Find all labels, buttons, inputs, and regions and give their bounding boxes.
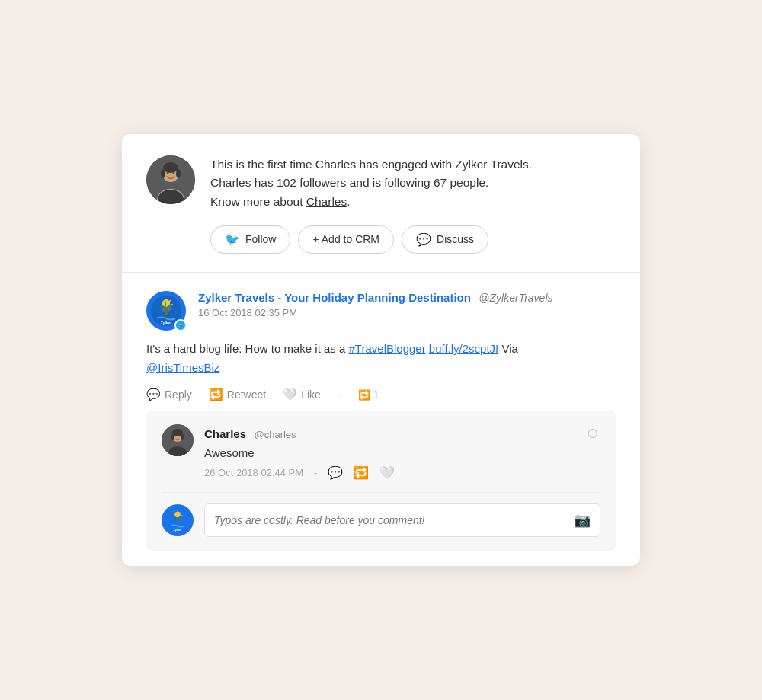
top-info: This is the first time Charles has engag… bbox=[210, 155, 616, 254]
camera-icon: 📷 bbox=[574, 512, 591, 529]
charles-avatar bbox=[146, 155, 195, 204]
svg-rect-31 bbox=[177, 518, 178, 524]
tweet-header: Zylker Travel 🐦 Zylker Travels - Your Ho… bbox=[146, 291, 616, 331]
comment-input-row: Zylker 📷 bbox=[162, 493, 600, 551]
twitter-verified-badge: 🐦 bbox=[174, 319, 187, 331]
like-icon: 🤍 bbox=[283, 388, 297, 401]
tweet-actions: 💬 Reply 🔁 Retweet 🤍 Like - 🔁 1 bbox=[146, 388, 616, 401]
comment-input-wrap: 📷 bbox=[204, 503, 600, 537]
tweet-author-handle: @ZylkerTravels bbox=[479, 292, 552, 304]
svg-point-5 bbox=[163, 162, 178, 173]
tweet-meta: Zylker Travels - Your Holiday Planning D… bbox=[198, 291, 616, 318]
reply-item: Charles @charles ☺ Awesome 26 Oct 2018 0… bbox=[162, 424, 600, 493]
svg-point-26 bbox=[179, 436, 181, 437]
zylker-avatar-wrap: Zylker Travel 🐦 bbox=[146, 291, 186, 331]
mention-iris-times[interactable]: @IrisTimesBiz bbox=[146, 361, 219, 374]
sentiment-icon: ☺ bbox=[585, 424, 600, 442]
reply-like-icon: 🤍 bbox=[379, 466, 395, 479]
discuss-button[interactable]: 💬 Discuss bbox=[402, 225, 488, 254]
reply-retweet-icon: 🔁 bbox=[354, 466, 369, 479]
svg-point-9 bbox=[173, 171, 175, 174]
reply-author-row: Charles @charles ☺ bbox=[204, 424, 600, 442]
reply-button[interactable]: 💬 Reply bbox=[146, 388, 192, 401]
retweet-count-row: 🔁 1 bbox=[358, 388, 379, 401]
reply-like-button[interactable]: 🤍 bbox=[379, 465, 395, 480]
reply-content: Charles @charles ☺ Awesome 26 Oct 2018 0… bbox=[204, 424, 600, 480]
reply-date-row: 26 Oct 2018 02:44 PM - 💬 🔁 🤍 bbox=[204, 465, 600, 480]
reply-date: 26 Oct 2018 02:44 PM bbox=[204, 467, 303, 478]
reply-avatar bbox=[162, 424, 194, 456]
svg-point-24 bbox=[181, 434, 184, 440]
tweet-date: 16 Oct 2018 02:35 PM bbox=[198, 307, 616, 318]
svg-point-7 bbox=[176, 169, 181, 178]
reply-author-handle: @charles bbox=[254, 429, 296, 440]
reply-retweet-button[interactable]: 🔁 bbox=[354, 465, 369, 480]
svg-line-29 bbox=[180, 513, 181, 514]
charles-link[interactable]: Charles bbox=[306, 195, 347, 208]
reply-separator: - bbox=[314, 467, 317, 478]
svg-text:Zylker: Zylker bbox=[161, 321, 172, 325]
follow-button[interactable]: 🐦 Follow bbox=[210, 225, 290, 254]
comment-input[interactable] bbox=[214, 514, 574, 526]
svg-point-25 bbox=[175, 436, 177, 437]
reply-section: Charles @charles ☺ Awesome 26 Oct 2018 0… bbox=[146, 411, 616, 551]
svg-text:Zylker: Zylker bbox=[173, 529, 182, 532]
action-divider: - bbox=[338, 388, 341, 401]
action-buttons: 🐦 Follow + Add to CRM 💬 Discuss bbox=[210, 225, 616, 254]
reply-reply-button[interactable]: 💬 bbox=[328, 465, 343, 480]
retweet-count: 1 bbox=[373, 388, 379, 401]
tweet-body: It's a hard blog life: How to make it as… bbox=[146, 340, 616, 378]
svg-rect-16 bbox=[165, 308, 168, 315]
retweet-button[interactable]: 🔁 Retweet bbox=[209, 388, 266, 401]
reply-author-name: Charles bbox=[204, 427, 246, 440]
comment-avatar: Zylker bbox=[162, 504, 194, 536]
tweet-section: Zylker Travel 🐦 Zylker Travels - Your Ho… bbox=[122, 273, 640, 567]
svg-point-23 bbox=[171, 434, 174, 440]
add-to-crm-button[interactable]: + Add to CRM bbox=[298, 225, 394, 254]
tweet-link[interactable]: buff.ly/2scptJI bbox=[429, 342, 498, 355]
svg-point-8 bbox=[167, 171, 169, 174]
retweet-count-icon: 🔁 bbox=[358, 389, 370, 401]
engagement-text: This is the first time Charles has engag… bbox=[210, 155, 616, 212]
reply-text: Awesome bbox=[204, 446, 600, 459]
main-card: This is the first time Charles has engag… bbox=[122, 134, 640, 567]
retweet-icon: 🔁 bbox=[209, 388, 223, 401]
discuss-icon: 💬 bbox=[416, 232, 431, 247]
svg-point-22 bbox=[172, 429, 183, 436]
hashtag-travel-blogger[interactable]: #TravelBlogger bbox=[349, 342, 426, 355]
reply-comment-icon: 💬 bbox=[328, 466, 343, 479]
svg-point-6 bbox=[161, 169, 165, 178]
top-section: This is the first time Charles has engag… bbox=[122, 134, 640, 273]
tweet-author-name: Zylker Travels - Your Holiday Planning D… bbox=[198, 291, 471, 304]
twitter-icon: 🐦 bbox=[225, 232, 240, 247]
reply-icon: 💬 bbox=[146, 388, 161, 401]
like-button[interactable]: 🤍 Like bbox=[283, 388, 321, 401]
